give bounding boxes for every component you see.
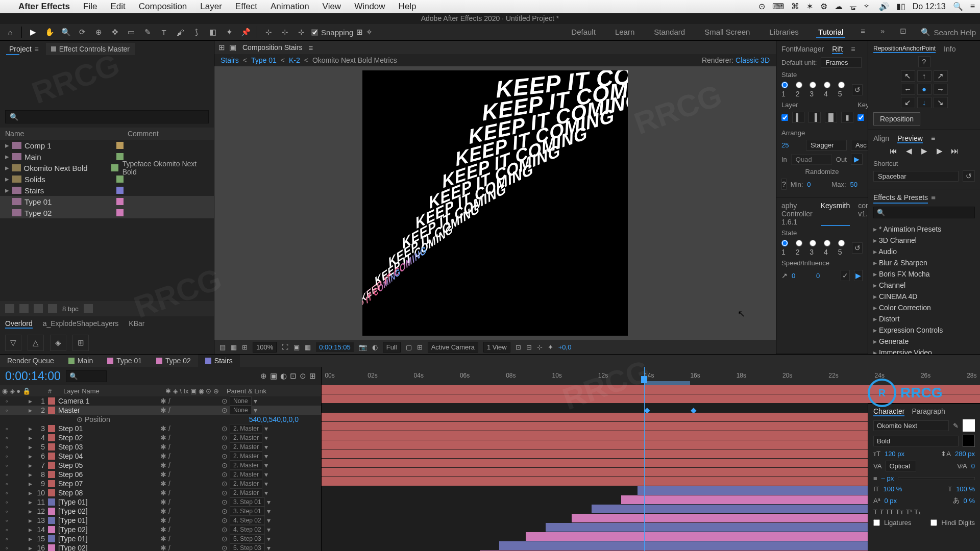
timeline-layer-row[interactable]: ◦▸9Step 07✱ /⊙ 2. Master ▾ xyxy=(0,479,321,488)
state-reset-icon[interactable]: ↺ xyxy=(852,84,863,95)
status-icon[interactable]: ✶ xyxy=(806,2,813,11)
keys-check[interactable] xyxy=(857,114,864,121)
shortcut-dropdown[interactable]: Spacebar xyxy=(873,171,959,182)
tab-character[interactable]: Character xyxy=(873,407,904,416)
current-timecode[interactable]: 0:00:14:00 xyxy=(5,369,61,383)
view-opt-icon[interactable]: ✦ xyxy=(548,343,553,351)
anchor-c[interactable]: ● xyxy=(917,84,932,95)
crumb-type01[interactable]: Type 01 xyxy=(251,56,277,64)
menu-animation[interactable]: Animation xyxy=(271,2,309,12)
views-dropdown[interactable]: 1 View xyxy=(483,342,510,353)
timeline-layer-row[interactable]: ◦▸15[Type 01]✱ /⊙ 5. Step 03 ▾ xyxy=(0,534,321,543)
status-icon[interactable]: ⌨ xyxy=(772,2,784,11)
menu-layer[interactable]: Layer xyxy=(200,2,222,12)
align-c-icon[interactable]: ▐ xyxy=(808,112,821,123)
timeline-layer-row[interactable]: ◦▸1Camera 1✱ /⊙ None ▾ xyxy=(0,396,321,406)
first-frame-icon[interactable]: ⏮ xyxy=(889,146,899,157)
orbit-tool-icon[interactable]: ⟳ xyxy=(76,26,88,38)
menu-edit[interactable]: Edit xyxy=(111,2,126,12)
effect-category[interactable]: Expression Controls xyxy=(873,324,975,336)
menu-composition[interactable]: Composition xyxy=(139,2,187,12)
arrange-play-icon[interactable]: ▶ xyxy=(851,154,863,165)
status-icon[interactable]: ⚙ xyxy=(820,2,827,11)
menu-window[interactable]: Window xyxy=(354,2,385,12)
overlord-opt1-icon[interactable]: ◈ xyxy=(50,335,66,351)
playhead[interactable] xyxy=(644,367,645,551)
align-l-icon[interactable]: ▌ xyxy=(792,112,804,123)
anchor-tool-icon[interactable]: ✥ xyxy=(109,26,121,38)
tab-project[interactable]: Project≡ xyxy=(4,43,44,55)
effect-category[interactable]: Generate xyxy=(873,336,975,347)
res-dropdown[interactable]: Full xyxy=(383,342,401,353)
tab-typography[interactable]: aphy Controller 1.6.1 xyxy=(781,202,813,226)
grid-icon[interactable]: ▦ xyxy=(231,343,237,351)
clock[interactable]: Do 12:13 xyxy=(913,2,946,11)
anchor-b[interactable]: ↓ xyxy=(917,97,932,108)
new-comp-icon[interactable] xyxy=(34,304,43,313)
timeline-layer-row[interactable]: ◦▸5Step 03✱ /⊙ 2. Master ▾ xyxy=(0,442,321,452)
tab-effect-controls[interactable]: Effect Controls Master xyxy=(46,43,135,55)
effect-category[interactable]: * Animation Presets xyxy=(873,223,975,235)
tab-kbar[interactable]: KBar xyxy=(129,319,144,329)
comp-viewer[interactable]: KEEP IT COMINGKEEP IT COMINGKEEP IT COMI… xyxy=(214,66,776,340)
timeline-layer-row[interactable]: ◦▸8Step 06✱ /⊙ 2. Master ▾ xyxy=(0,470,321,479)
status-icon[interactable]: ᚗ xyxy=(850,2,856,11)
overlord-opt2-icon[interactable]: ⊞ xyxy=(72,335,89,351)
effect-category[interactable]: CINEMA 4D xyxy=(873,291,975,302)
crumb-metrics[interactable]: Okomito Next Bold Metrics xyxy=(312,56,397,64)
crumb-k2[interactable]: K-2 xyxy=(289,56,300,64)
status-icon[interactable]: ⌘ xyxy=(791,2,799,11)
ligatures-check[interactable] xyxy=(873,519,880,526)
tab-overlord[interactable]: Overlord xyxy=(5,319,33,329)
overlord-push-icon[interactable]: ▽ xyxy=(5,335,21,351)
tl-opt-icon[interactable]: ▣ xyxy=(270,371,277,381)
mask-icon[interactable]: ▤ xyxy=(219,343,226,351)
timeline-tab[interactable]: Main xyxy=(61,355,100,367)
project-list[interactable]: ▸Comp 1▸Main▸Okomito Next BoldTypeface O… xyxy=(0,140,214,301)
tl-opt-icon[interactable]: ⊕ xyxy=(260,371,267,381)
timeline-layer-row[interactable]: ◦▸2Master✱ /⊙ None ▾ xyxy=(0,406,321,415)
menu-help[interactable]: Help xyxy=(399,2,416,12)
puppet-tool-icon[interactable]: 📌 xyxy=(239,26,252,38)
text-tool-icon[interactable]: T xyxy=(158,26,170,38)
interpret-icon[interactable] xyxy=(5,304,14,313)
workspace-smallscreen[interactable]: Small Screen xyxy=(702,27,752,38)
timeline-rows[interactable]: ◦▸1Camera 1✱ /⊙ None ▾◦▸2Master✱ /⊙ None… xyxy=(0,396,321,551)
roi-icon[interactable]: ▢ xyxy=(406,343,412,351)
view-opt-icon[interactable]: ⊹ xyxy=(537,343,543,351)
defunit-dropdown[interactable]: Frames xyxy=(821,57,862,68)
ks-state-2[interactable]: 2 xyxy=(796,240,805,256)
max-value[interactable] xyxy=(850,181,868,188)
state-4[interactable]: 4 xyxy=(824,82,833,98)
search-help[interactable]: 🔍 Search Help xyxy=(921,28,976,37)
vscale[interactable]: 100 % xyxy=(884,485,902,493)
snapshot-icon[interactable]: 📷 xyxy=(359,343,367,351)
anchor-br[interactable]: ↘ xyxy=(934,97,948,108)
next-frame-icon[interactable]: ▶ xyxy=(935,146,945,157)
ks-reset-icon[interactable]: ↺ xyxy=(852,242,863,254)
menu-effect[interactable]: Effect xyxy=(235,2,257,12)
world-axis-icon[interactable]: ⊹ xyxy=(279,26,291,38)
ks-play-icon[interactable]: ▶ xyxy=(854,270,863,281)
effects-search-input[interactable] xyxy=(873,207,975,218)
panel-menu-icon[interactable]: ≡ xyxy=(931,134,935,143)
view-opt-icon[interactable]: ⊡ xyxy=(516,343,521,351)
project-search-input[interactable] xyxy=(5,110,209,123)
app-name[interactable]: After Effects xyxy=(18,2,70,12)
baseline[interactable]: 0 px xyxy=(884,497,897,505)
tl-opt-icon[interactable]: ⊡ xyxy=(290,371,297,381)
state-3[interactable]: 3 xyxy=(810,82,819,98)
snap-opt-icon[interactable]: ⊞ xyxy=(356,28,363,37)
roto-tool-icon[interactable]: ✦ xyxy=(223,26,235,38)
italic-icon[interactable]: T xyxy=(879,508,884,516)
effect-category[interactable]: Distort xyxy=(873,313,975,324)
menu-icon[interactable]: ≡ xyxy=(970,2,975,11)
leading[interactable]: 280 px xyxy=(955,450,975,458)
channel-icon[interactable]: ◐ xyxy=(372,343,378,351)
state-5[interactable]: 5 xyxy=(838,82,847,98)
view-axis-icon[interactable]: ⊹ xyxy=(295,26,307,38)
hindi-check[interactable] xyxy=(930,519,937,526)
timeline-tab[interactable]: Type 02 xyxy=(149,355,198,367)
tab-menu-icon[interactable]: ≡ xyxy=(309,43,313,52)
stroke-swatch[interactable] xyxy=(963,435,975,447)
